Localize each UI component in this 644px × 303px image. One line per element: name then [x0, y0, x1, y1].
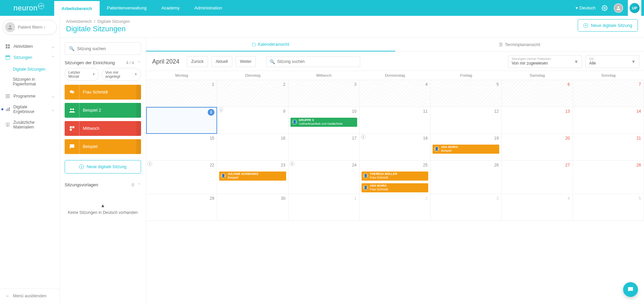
calendar-cell[interactable]: 10👤GRUPPE 3Aufmerksamkeit und Gedächtnis [289, 107, 360, 134]
calendar-cell[interactable]: 29 [146, 194, 217, 221]
new-session-button-top[interactable]: + Neue digitale Sitzung [578, 19, 638, 32]
calendar-cell[interactable]: 181 [360, 134, 431, 161]
calendar-event[interactable]: 👤GRUPPE 3Aufmerksamkeit und Gedächtnis [291, 118, 357, 127]
day-number: 2 [425, 196, 428, 201]
calendar-cell[interactable]: 7 [573, 80, 644, 107]
crumb-arbeitsbereich[interactable]: Arbeitsbereich [66, 19, 92, 24]
person-icon [616, 5, 621, 11]
session-card-label: Beispiel [79, 139, 136, 154]
calendar-cell[interactable]: 28 [573, 161, 644, 194]
logo[interactable]: neuronUP [0, 0, 54, 16]
event-count-badge: 1 [218, 108, 223, 112]
session-card[interactable]: Frau Schmidt [65, 85, 141, 100]
nav-patientenverwaltung[interactable]: Patientenverwaltung [100, 0, 154, 16]
hide-menu-button[interactable]: ← Menü ausblenden [0, 289, 60, 303]
calendar-search[interactable]: 🔍 [266, 56, 360, 67]
language-select[interactable]: ▾ Deutsch [576, 5, 596, 10]
calendar-cell[interactable]: 3 [289, 80, 360, 107]
calendar-cell[interactable]: 14 [573, 107, 644, 134]
session-card[interactable]: Beispiel 2 [65, 103, 141, 118]
calendar-cell[interactable]: 3 [431, 194, 502, 221]
section-title-templates: Sitzungsvorlagen 0 ⌄ [60, 174, 146, 189]
cal-back-button[interactable]: Zurück [187, 56, 208, 67]
day-number: 6 [568, 82, 570, 87]
chat-fab[interactable] [623, 282, 638, 297]
calendar-cell[interactable]: 2 [360, 194, 431, 221]
chevron-up-icon[interactable]: ⌄ [137, 182, 141, 187]
user-avatar[interactable] [614, 3, 623, 13]
calendar-cell[interactable]: 1 [289, 194, 360, 221]
calendar-cell[interactable]: 19👤ANA MARIABeispiel [431, 134, 502, 161]
calendar-cell[interactable]: 1 [146, 80, 217, 107]
calendar-cell[interactable]: 8 [146, 107, 217, 134]
tab-calendar[interactable]: ▢ Kalenderansicht [146, 38, 395, 51]
svg-rect-3 [6, 44, 7, 46]
day-number: 17 [352, 136, 356, 141]
main-area: ▢ Kalenderansicht ☰ Terminplanansicht Ap… [146, 38, 644, 303]
chevron-up-icon[interactable]: ⌄ [137, 60, 141, 65]
calendar-cell[interactable]: 221 [146, 161, 217, 194]
drag-handle-icon[interactable] [136, 139, 141, 154]
calendar-cell[interactable]: 4 [360, 80, 431, 107]
calendar-cell[interactable]: 5 [431, 80, 502, 107]
calendar-search-input[interactable] [277, 59, 357, 64]
nav-arbeitsbereich[interactable]: Arbeitsbereich [54, 0, 100, 16]
session-card[interactable]: Mittwoch [65, 121, 141, 136]
menu-sitzungen[interactable]: Sitzungen ⌄ [0, 52, 60, 63]
hide-menu-label: Menü ausblenden [13, 294, 46, 298]
calendar-event[interactable]: 👤THERESA MÜLLERFrau Schmidt [362, 172, 428, 181]
session-search[interactable]: 🔍 [65, 42, 141, 55]
calendar-cell[interactable]: 12 [431, 107, 502, 134]
calendar-cell[interactable]: 11 [360, 107, 431, 134]
submenu-digitale-sitzungen[interactable]: Digitale Sitzungen [0, 64, 60, 74]
select-location[interactable]: Ort Alle ▼ [585, 55, 639, 68]
calendar-event[interactable]: 👤JULIANE SCHWANKEBeispiel [219, 172, 286, 181]
cal-next-button[interactable]: Weiter [236, 56, 256, 67]
calendar-cell[interactable]: 15 [146, 134, 217, 161]
select-patient-sessions[interactable]: Sitzungen meiner Patienten Von mir zugew… [508, 55, 582, 68]
nav-academy[interactable]: Academy [154, 0, 187, 16]
calendar-cell[interactable]: 16 [217, 134, 288, 161]
settings-button[interactable] [600, 4, 609, 12]
calendar-cell[interactable]: 2 [217, 80, 288, 107]
chevron-up-icon: ⌄ [51, 55, 55, 60]
calendar-cell[interactable]: 21 [573, 134, 644, 161]
calendar-cell[interactable]: 4 [502, 194, 573, 221]
calendar-cell[interactable]: 20 [502, 134, 573, 161]
tab-schedule[interactable]: ☰ Terminplanansicht [395, 38, 644, 51]
cal-today-button[interactable]: Aktuell [211, 56, 232, 67]
calendar-cell[interactable]: 23👤JULIANE SCHWANKEBeispiel [217, 161, 288, 194]
calendar-cell[interactable]: 242 [289, 161, 360, 194]
session-card[interactable]: Beispiel [65, 139, 141, 154]
submenu-papierformat[interactable]: Sitzungen in Papierformat [0, 74, 60, 89]
menu-programme[interactable]: Programme ⌄ [0, 90, 60, 102]
calendar-cell[interactable]: 17 [289, 134, 360, 161]
filter-time[interactable]: Letzter Monat▼ [65, 68, 99, 81]
calendar-cell[interactable]: 26 [431, 161, 502, 194]
drag-handle-icon[interactable] [136, 121, 141, 136]
patient-filter[interactable]: Patient filtern › [3, 20, 57, 35]
new-session-button-panel[interactable]: + Neue digitale Sitzung [65, 160, 141, 174]
menu-aktivitaeten[interactable]: Aktivitäten ⌄ [0, 41, 60, 52]
filter-creator[interactable]: Von mir angelegt▼ [102, 68, 141, 81]
calendar-event[interactable]: 👤ANA MARIABeispiel [433, 145, 499, 154]
svg-rect-5 [6, 46, 7, 48]
calendar-cell[interactable]: 27 [502, 161, 573, 194]
corner-badge[interactable]: UP [628, 0, 641, 16]
nav-administration[interactable]: Administration [187, 0, 230, 16]
day-header: Donnerstag [360, 71, 431, 80]
page-title: Digitale Sitzungen [66, 25, 130, 33]
caret-down-icon: ▼ [134, 73, 137, 76]
calendar-cell[interactable]: 91 [217, 107, 288, 134]
calendar-cell[interactable]: 13 [502, 107, 573, 134]
calendar-cell[interactable]: 25👤THERESA MÜLLERFrau Schmidt👤ANA MARIAF… [360, 161, 431, 194]
calendar-cell[interactable]: 5 [573, 194, 644, 221]
menu-digitale-ergebnisse[interactable]: Digitale Ergebnisse ⌄ [0, 102, 60, 117]
menu-materialien[interactable]: Zusätzliche Materialien [0, 117, 60, 132]
drag-handle-icon[interactable] [136, 85, 141, 100]
session-search-input[interactable] [77, 46, 137, 51]
drag-handle-icon[interactable] [136, 103, 141, 118]
calendar-cell[interactable]: 30 [217, 194, 288, 221]
calendar-event[interactable]: 👤ANA MARIAFrau Schmidt [362, 183, 428, 192]
calendar-cell[interactable]: 6 [502, 80, 573, 107]
